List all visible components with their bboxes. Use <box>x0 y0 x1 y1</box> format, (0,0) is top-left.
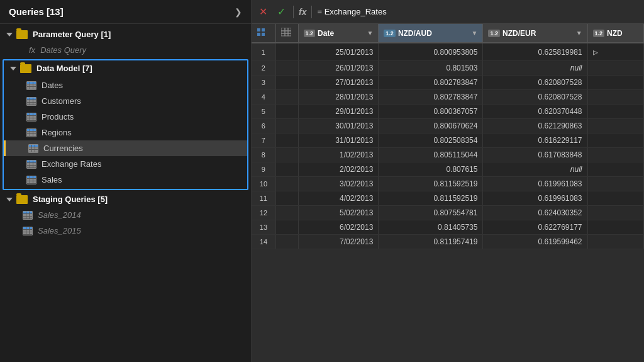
date-column-header[interactable]: 1.2 Date ▼ <box>298 24 379 43</box>
table-row: 428/01/20130.8027838470.620807528 <box>252 90 644 105</box>
formula-text[interactable]: = Exchange_Rates <box>317 7 639 16</box>
table-row: 81/02/20130.8051150440.617083848 <box>252 148 644 162</box>
nzd-x-cell <box>587 206 643 220</box>
nzd-x-cell <box>587 76 643 90</box>
nzd-x-cell: ▹ <box>587 43 643 61</box>
nzdx-column-header[interactable]: 1.2 NZD <box>587 24 643 43</box>
nzdx-col-label: NZD <box>607 29 623 38</box>
parameter-query-header[interactable]: Parameter Query [1] <box>0 26 251 42</box>
table-row: 92/02/20130.807615null <box>252 162 644 177</box>
nzd-aud-cell: 0.800953805 <box>379 43 483 61</box>
formula-bar: ✕ ✓ fx = Exchange_Rates <box>252 0 644 24</box>
nzd-eur-cell: 0.616229117 <box>483 133 587 148</box>
table-icon-sales <box>26 176 36 184</box>
exchange-rates-item[interactable]: Exchange Rates <box>4 156 247 172</box>
expand-triangle <box>6 33 13 37</box>
dates-query-item[interactable]: fx Dates Query <box>0 42 251 58</box>
customers-label: Customers <box>42 96 81 106</box>
nzd-eur-cell: 0.624030352 <box>483 206 587 220</box>
date-cell: 25/01/2013 <box>298 43 379 61</box>
data-table-wrapper: 1.2 Date ▼ 1.2 NZD/AUD ▼ <box>252 24 644 362</box>
date-cell: 3/02/2013 <box>298 177 379 191</box>
nzdx-type-badge: 1.2 <box>593 30 605 37</box>
sales-2014-label: Sales_2014 <box>38 210 81 220</box>
nzdaud-column-header[interactable]: 1.2 NZD/AUD ▼ <box>379 24 483 43</box>
nzd-x-cell <box>587 119 643 133</box>
nzd-aud-cell: 0.811957419 <box>379 235 483 249</box>
table-grid-icon-header <box>275 24 298 43</box>
row-number: 8 <box>252 148 275 162</box>
regions-item[interactable]: Regions <box>4 125 247 140</box>
right-panel: ✕ ✓ fx = Exchange_Rates <box>252 0 644 362</box>
date-cell: 31/01/2013 <box>298 133 379 148</box>
table-row: 630/01/20130.8006706240.621290863 <box>252 119 644 133</box>
row-grid-cell <box>275 148 298 162</box>
sales-item[interactable]: Sales <box>4 172 247 188</box>
row-number: 1 <box>252 43 275 61</box>
nzd-x-cell <box>587 177 643 191</box>
nzdeur-col-label: NZD/EUR <box>502 29 536 38</box>
row-number: 13 <box>252 220 275 235</box>
nzd-eur-cell: 0.620807528 <box>483 90 587 105</box>
table-row: 327/01/20130.8027838470.620807528 <box>252 76 644 90</box>
date-dropdown-arrow[interactable]: ▼ <box>367 30 373 37</box>
row-grid-cell <box>275 61 298 76</box>
nzdaud-dropdown-arrow[interactable]: ▼ <box>472 30 478 37</box>
folder-icon <box>16 30 28 39</box>
sales-label: Sales <box>42 175 62 184</box>
nzdeur-dropdown-arrow[interactable]: ▼ <box>576 30 582 37</box>
formula-divider2 <box>311 6 312 18</box>
nzd-x-cell <box>587 90 643 105</box>
svg-rect-9 <box>288 31 291 33</box>
staging-queries-header[interactable]: Staging Queries [5] <box>0 191 251 207</box>
date-col-label: Date <box>318 29 334 38</box>
table-row: 226/01/20130.801503null <box>252 61 644 76</box>
cancel-button[interactable]: ✕ <box>257 4 270 19</box>
date-cell: 2/02/2013 <box>298 162 379 177</box>
row-number: 10 <box>252 177 275 191</box>
nzdeur-column-header[interactable]: 1.2 NZD/EUR ▼ <box>483 24 587 43</box>
row-grid-cell <box>275 76 298 90</box>
dates-item[interactable]: Dates <box>4 77 247 93</box>
sales-2015-label: Sales_2015 <box>38 226 81 235</box>
table-icon-customers <box>26 97 36 106</box>
confirm-button[interactable]: ✓ <box>275 4 288 19</box>
row-grid-cell <box>275 235 298 249</box>
left-panel: Queries [13] ❯ Parameter Query [1] fx Da… <box>0 0 252 362</box>
table-icon-currencies <box>28 144 38 153</box>
svg-rect-10 <box>281 33 285 36</box>
tree-group-parameter: Parameter Query [1] fx Dates Query <box>0 26 251 58</box>
collapse-button[interactable]: ❯ <box>235 7 242 17</box>
date-cell: 5/02/2013 <box>298 206 379 220</box>
date-cell: 1/02/2013 <box>298 148 379 162</box>
data-model-header[interactable]: Data Model [7] <box>4 60 247 76</box>
products-label: Products <box>42 112 74 122</box>
row-number: 3 <box>252 76 275 90</box>
products-item[interactable]: Products <box>4 109 247 125</box>
data-model-group: Data Model [7] Dates <box>3 59 248 190</box>
sales-2014-item[interactable]: Sales_2014 <box>0 207 251 223</box>
nzd-eur-cell: 0.622769177 <box>483 220 587 235</box>
sales-2015-item[interactable]: Sales_2015 <box>0 223 251 239</box>
regions-label: Regions <box>42 128 72 137</box>
parameter-query-label: Parameter Query [1] <box>33 30 111 39</box>
row-grid-cell <box>275 162 298 177</box>
currencies-label: Currencies <box>43 144 83 153</box>
row-number: 14 <box>252 235 275 249</box>
nzd-eur-cell: null <box>483 162 587 177</box>
nzd-eur-cell: 0.620807528 <box>483 76 587 90</box>
svg-rect-4 <box>281 28 285 31</box>
nzd-x-cell <box>587 220 643 235</box>
date-cell: 6/02/2013 <box>298 220 379 235</box>
svg-rect-12 <box>288 33 291 36</box>
tree-group-staging: Staging Queries [5] Sales_2014 Sales_201… <box>0 191 251 239</box>
nzdeur-type-badge: 1.2 <box>488 30 500 37</box>
customers-item[interactable]: Customers <box>4 93 247 109</box>
currencies-item[interactable]: Currencies <box>4 140 247 156</box>
row-number: 12 <box>252 206 275 220</box>
table-row: 529/01/20130.8003670570.620370448 <box>252 105 644 119</box>
nzd-aud-cell: 0.807554781 <box>379 206 483 220</box>
staging-queries-label: Staging Queries [5] <box>33 195 108 204</box>
svg-rect-0 <box>257 28 260 31</box>
nzd-x-cell <box>587 162 643 177</box>
